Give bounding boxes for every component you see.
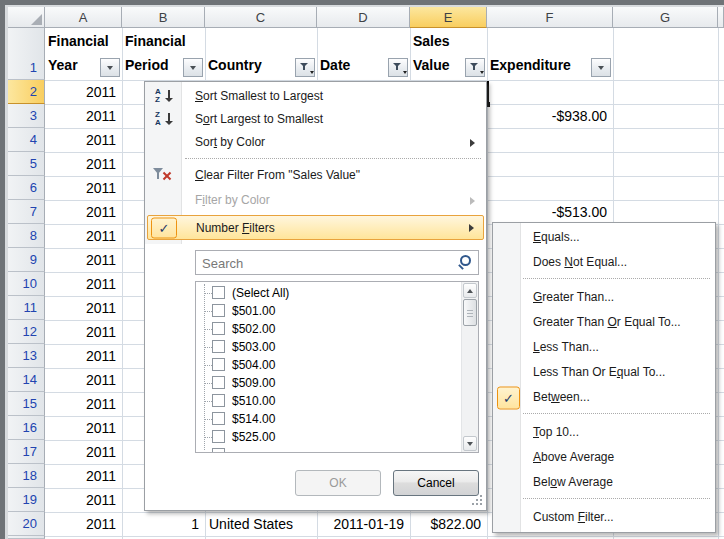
row-header-18[interactable]: 18: [8, 464, 45, 488]
cell-A7[interactable]: 2011: [45, 200, 116, 224]
checkbox[interactable]: [212, 304, 225, 317]
filter-list-item-514-00[interactable]: $514.00: [196, 410, 460, 428]
scroll-down-button[interactable]: [463, 436, 477, 451]
row-header-19[interactable]: 19: [8, 488, 45, 512]
filter-list-item-501-00[interactable]: $501.00: [196, 302, 460, 320]
menu-item-sort-smallest-to-largest[interactable]: AZSort Smallest to Largest: [147, 85, 484, 108]
cell-F7[interactable]: -$513.00: [487, 200, 607, 224]
menu-item-less-than[interactable]: Less Than...: [495, 335, 713, 360]
menu-item-equals[interactable]: Equals...: [495, 225, 713, 250]
filter-button-A[interactable]: [100, 58, 120, 77]
row-header-9[interactable]: 9: [8, 248, 45, 272]
row-header-8[interactable]: 8: [8, 224, 45, 248]
row-header-10[interactable]: 10: [8, 272, 45, 296]
cell-A9[interactable]: 2011: [45, 248, 116, 272]
menu-item-greater-than-or-equal-to[interactable]: Greater Than Or Equal To...: [495, 310, 713, 335]
filter-list-item-504-00[interactable]: $504.00: [196, 356, 460, 374]
cell-B20[interactable]: 1: [122, 512, 199, 536]
cell-D20[interactable]: 2011-01-19: [317, 512, 404, 536]
column-header-F[interactable]: F: [487, 7, 613, 28]
row-header-12[interactable]: 12: [8, 320, 45, 344]
row-header-6[interactable]: 6: [8, 176, 45, 200]
row-header-1[interactable]: 1: [8, 28, 45, 80]
filter-button-E[interactable]: [465, 58, 485, 77]
cell-A8[interactable]: 2011: [45, 224, 116, 248]
filter-list-item-525-00[interactable]: $525.00: [196, 428, 460, 446]
checkbox[interactable]: [212, 286, 225, 299]
checkbox[interactable]: [212, 394, 225, 407]
menu-item-greater-than[interactable]: Greater Than...: [495, 285, 713, 310]
menu-item-sort-largest-to-smallest[interactable]: ZASort Largest to Smallest: [147, 108, 484, 131]
checkbox[interactable]: [212, 412, 225, 425]
cell-A10[interactable]: 2011: [45, 272, 116, 296]
cell-E20[interactable]: $822.00: [410, 512, 481, 536]
checkbox[interactable]: [212, 358, 225, 371]
checkbox[interactable]: [212, 340, 225, 353]
row-header-20[interactable]: 20: [8, 512, 45, 536]
cell-A12[interactable]: 2011: [45, 320, 116, 344]
menu-item-number-filters[interactable]: ✓Number Filters: [147, 215, 484, 240]
menu-item-less-than-or-equal-to[interactable]: Less Than Or Equal To...: [495, 360, 713, 385]
menu-item-above-average[interactable]: Above Average: [495, 445, 713, 470]
row-header-14[interactable]: 14: [8, 368, 45, 392]
cell-A3[interactable]: 2011: [45, 104, 116, 128]
row-header-3[interactable]: 3: [8, 104, 45, 128]
menu-item-sort-by-color[interactable]: Sort by Color: [147, 131, 484, 154]
cancel-button[interactable]: Cancel: [393, 470, 479, 496]
row-header-15[interactable]: 15: [8, 392, 45, 416]
row-header-17[interactable]: 17: [8, 440, 45, 464]
column-header-G[interactable]: G: [613, 7, 718, 28]
filter-list-item-503-00[interactable]: $503.00: [196, 338, 460, 356]
menu-item-does-not-equal[interactable]: Does Not Equal...: [495, 250, 713, 275]
scroll-thumb[interactable]: [463, 299, 477, 326]
column-header-B[interactable]: B: [122, 7, 205, 28]
cell-F3[interactable]: -$938.00: [487, 104, 607, 128]
scroll-up-button[interactable]: [463, 283, 477, 298]
cell-A18[interactable]: 2011: [45, 464, 116, 488]
menu-item-top-10[interactable]: Top 10...: [495, 420, 713, 445]
filter-list-item-502-00[interactable]: $502.00: [196, 320, 460, 338]
filter-button-F[interactable]: [591, 58, 611, 77]
checkbox[interactable]: [212, 322, 225, 335]
checkbox[interactable]: [212, 376, 225, 389]
cell-A19[interactable]: 2011: [45, 488, 116, 512]
checkbox[interactable]: [212, 430, 225, 443]
column-header-C[interactable]: C: [205, 7, 317, 28]
row-header-7[interactable]: 7: [8, 200, 45, 224]
search-input[interactable]: [200, 253, 454, 274]
row-header-4[interactable]: 4: [8, 128, 45, 152]
cell-A15[interactable]: 2011: [45, 392, 116, 416]
cell-A17[interactable]: 2011: [45, 440, 116, 464]
row-header-16[interactable]: 16: [8, 416, 45, 440]
filter-button-D[interactable]: [388, 58, 408, 77]
filter-list-item-select-all[interactable]: (Select All): [196, 284, 460, 302]
select-all-corner[interactable]: [8, 7, 45, 28]
menu-item-clear-filter-from-sales-value[interactable]: Clear Filter From "Sales Value": [147, 164, 484, 187]
cell-A5[interactable]: 2011: [45, 152, 116, 176]
column-header-D[interactable]: D: [317, 7, 410, 28]
list-scrollbar[interactable]: [461, 282, 478, 452]
row-header-13[interactable]: 13: [8, 344, 45, 368]
cell-A4[interactable]: 2011: [45, 128, 116, 152]
filter-button-B[interactable]: [183, 58, 203, 77]
cell-A14[interactable]: 2011: [45, 368, 116, 392]
menu-item-between[interactable]: ✓Between...: [495, 385, 713, 410]
cell-C20[interactable]: United States: [205, 512, 315, 536]
filter-list-item-509-00[interactable]: $509.00: [196, 374, 460, 392]
row-header-5[interactable]: 5: [8, 152, 45, 176]
cell-A16[interactable]: 2011: [45, 416, 116, 440]
row-header-11[interactable]: 11: [8, 296, 45, 320]
column-header-E[interactable]: E: [410, 7, 487, 28]
cell-A20[interactable]: 2011: [45, 512, 116, 536]
filter-list-item-510-00[interactable]: $510.00: [196, 392, 460, 410]
filter-button-C[interactable]: [295, 58, 315, 77]
column-header-A[interactable]: A: [45, 7, 122, 28]
cell-A13[interactable]: 2011: [45, 344, 116, 368]
resize-grip[interactable]: [470, 495, 482, 507]
cell-A2[interactable]: 2011: [45, 80, 116, 104]
menu-item-below-average[interactable]: Below Average: [495, 470, 713, 495]
row-header-2[interactable]: 2: [8, 80, 45, 104]
cell-A6[interactable]: 2011: [45, 176, 116, 200]
cell-A11[interactable]: 2011: [45, 296, 116, 320]
menu-item-custom-filter[interactable]: Custom Filter...: [495, 505, 713, 530]
